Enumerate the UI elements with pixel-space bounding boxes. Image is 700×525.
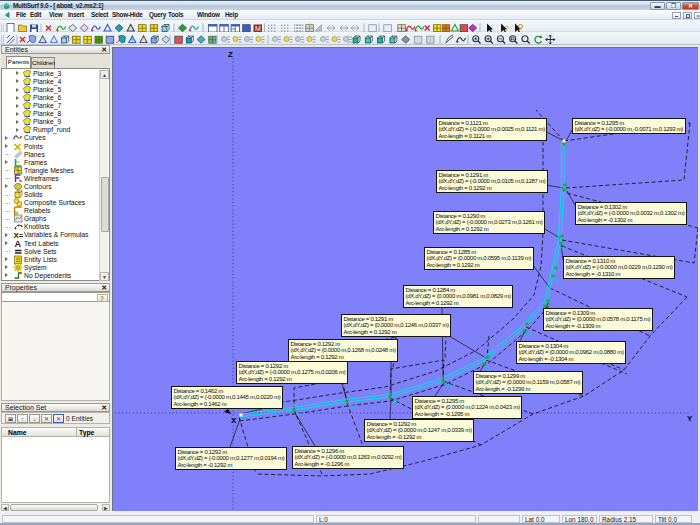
- svg-text:?: ?: [505, 25, 509, 31]
- svg-text:Y: Y: [687, 414, 693, 423]
- svg-text:X: X: [231, 416, 237, 425]
- svg-text:M: M: [255, 25, 261, 32]
- svg-text:Z: Z: [228, 50, 233, 59]
